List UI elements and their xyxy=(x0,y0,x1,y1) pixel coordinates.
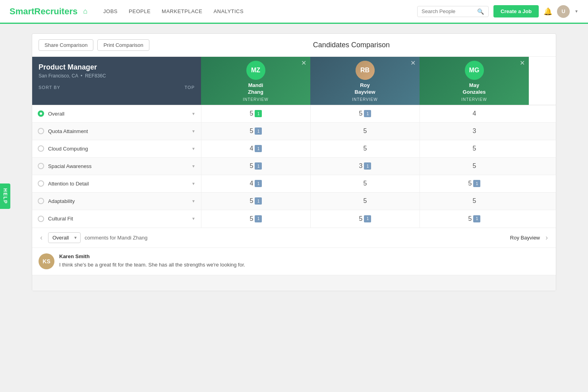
score-number: 5 xyxy=(359,215,363,222)
nav-people[interactable]: PEOPLE xyxy=(129,8,151,14)
score-badge: 1 xyxy=(364,215,371,222)
score-cell: 5 xyxy=(310,175,420,192)
bell-icon[interactable]: 🔔 xyxy=(544,7,552,16)
close-mandi-button[interactable]: ✕ xyxy=(301,59,306,67)
sort-radio[interactable] xyxy=(38,128,44,134)
score-row: Attention to Detail▼41551 xyxy=(32,175,556,193)
score-badge: 1 xyxy=(255,215,262,222)
score-badge: 1 xyxy=(473,215,480,222)
score-badge: 1 xyxy=(255,162,262,170)
score-cell: 5 xyxy=(420,158,529,175)
score-label-cell: Quota Attainment▼ xyxy=(32,123,201,140)
chevron-down-icon[interactable]: ▼ xyxy=(191,129,195,133)
close-may-button[interactable]: ✕ xyxy=(520,59,525,67)
nav-analytics[interactable]: ANALYTICS xyxy=(213,8,244,14)
score-cell: 51 xyxy=(310,105,420,122)
comment-body: Karen Smith I think she's be a great fit… xyxy=(59,253,549,269)
prev-button[interactable]: ‹ xyxy=(39,232,44,243)
score-row: Cultural Fit▼515151 xyxy=(32,210,556,228)
commenter-name: Karen Smith xyxy=(59,253,549,259)
score-number: 5 xyxy=(473,145,476,152)
score-row: Cloud Computing▼4155 xyxy=(32,140,556,158)
job-info-header: Product Manager San Francisco, CA • REF8… xyxy=(32,57,201,105)
roy-avatar: RB xyxy=(356,61,375,80)
navbar-right: 🔍 Create a Job 🔔 U ▼ xyxy=(417,5,578,18)
sort-radio[interactable] xyxy=(38,110,44,117)
comment-text: I think she's be a great fit for the tea… xyxy=(59,261,549,269)
sort-radio[interactable] xyxy=(38,198,44,204)
score-badge: 1 xyxy=(255,145,262,152)
nav-marketplace[interactable]: MARKETPLACE xyxy=(162,8,202,14)
score-cell: 5 xyxy=(420,140,529,157)
next-button[interactable]: › xyxy=(544,232,549,243)
sort-radio[interactable] xyxy=(38,216,44,222)
close-roy-button[interactable]: ✕ xyxy=(410,59,416,67)
chevron-down-icon[interactable]: ▼ xyxy=(191,216,195,221)
may-stage: INTERVIEW xyxy=(461,97,487,102)
next-candidate-label: Roy Bayview xyxy=(510,235,540,241)
comment-area: KS Karen Smith I think she's be a great … xyxy=(32,248,556,275)
score-label-cell: Adaptability▼ xyxy=(32,193,201,210)
print-comparison-button[interactable]: Print Comparison xyxy=(97,39,149,51)
criterion-label: Attention to Detail xyxy=(48,181,188,187)
chevron-down-icon[interactable]: ▼ xyxy=(191,112,195,116)
mandi-name: MandiZhang xyxy=(248,82,263,96)
score-badge: 1 xyxy=(364,162,371,170)
score-cell: 51 xyxy=(310,210,420,228)
comparison-card: Share Comparison Print Comparison Candid… xyxy=(32,33,556,291)
scores-section: Overall▼51514Quota Attainment▼5153Cloud … xyxy=(32,105,556,228)
bottom-bar xyxy=(32,275,556,291)
commenter-avatar: KS xyxy=(39,253,54,269)
candidate-col-mandi: ✕ MZ MandiZhang INTERVIEW xyxy=(201,57,310,105)
help-tab[interactable]: HELP xyxy=(0,183,10,209)
chevron-down-icon[interactable]: ▼ xyxy=(191,147,195,151)
score-label-cell: Cultural Fit▼ xyxy=(32,210,201,228)
home-icon[interactable]: ⌂ xyxy=(83,7,87,15)
navbar: SmartRecruiters ⌂ JOBS PEOPLE MARKETPLAC… xyxy=(0,0,588,24)
roy-name: RoyBayview xyxy=(354,82,375,96)
job-location: San Francisco, CA xyxy=(39,73,78,79)
sort-radio[interactable] xyxy=(38,145,44,152)
score-number: 5 xyxy=(364,180,367,187)
user-dropdown-arrow[interactable]: ▼ xyxy=(574,9,578,14)
sort-radio[interactable] xyxy=(38,163,44,169)
score-number: 5 xyxy=(250,197,253,205)
score-cell: 5 xyxy=(310,193,420,210)
top-label: TOP xyxy=(185,85,195,90)
criterion-label: Overall xyxy=(48,111,188,117)
category-select[interactable]: Overall xyxy=(48,232,81,243)
score-cell: 41 xyxy=(201,140,310,157)
help-tab-label: HELP xyxy=(2,188,8,204)
score-label-cell: Cloud Computing▼ xyxy=(32,140,201,157)
score-number: 5 xyxy=(359,110,363,117)
score-number: 5 xyxy=(364,145,367,152)
nav-jobs[interactable]: JOBS xyxy=(103,8,118,14)
score-cell: 51 xyxy=(201,123,310,140)
sort-radio[interactable] xyxy=(38,180,44,187)
score-number: 5 xyxy=(473,162,476,170)
criterion-label: Adaptability xyxy=(48,198,188,204)
score-cell: 51 xyxy=(201,105,310,122)
search-icon: 🔍 xyxy=(477,8,484,15)
chevron-down-icon[interactable]: ▼ xyxy=(191,199,195,203)
page-content: Share Comparison Print Comparison Candid… xyxy=(0,24,588,301)
logo-smart: Smart xyxy=(10,6,34,16)
score-number: 5 xyxy=(468,180,472,187)
score-cell: 5 xyxy=(420,193,529,210)
score-row: Quota Attainment▼5153 xyxy=(32,123,556,140)
comments-label: comments for Mandi Zhang xyxy=(85,235,506,241)
share-comparison-button[interactable]: Share Comparison xyxy=(39,39,93,51)
roy-stage: INTERVIEW xyxy=(352,97,377,102)
score-number: 3 xyxy=(359,162,363,170)
chevron-down-icon[interactable]: ▼ xyxy=(191,164,195,168)
score-cell: 5 xyxy=(310,123,420,140)
score-cell: 5 xyxy=(310,140,420,157)
logo-text: SmartRecruiters xyxy=(10,6,77,17)
chevron-down-icon[interactable]: ▼ xyxy=(191,182,195,186)
sort-by-label: SORT BY xyxy=(39,85,60,90)
score-cell: 41 xyxy=(201,175,310,192)
create-job-button[interactable]: Create a Job xyxy=(493,5,539,17)
user-avatar[interactable]: U xyxy=(557,5,570,18)
search-input[interactable] xyxy=(422,8,477,14)
criterion-label: Cultural Fit xyxy=(48,216,188,222)
